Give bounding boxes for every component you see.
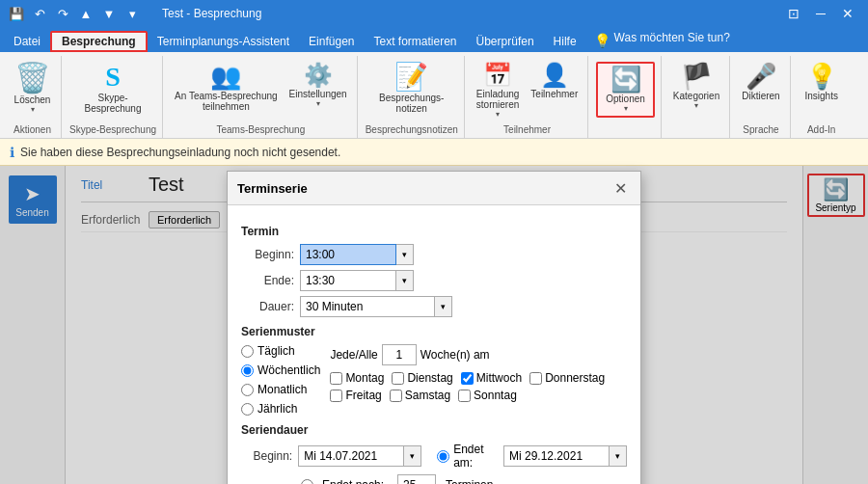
endet-nach-input[interactable] — [397, 474, 436, 484]
seriendauer-beginn-row: Beginn: ▾ Endet am: ▾ — [241, 443, 627, 470]
ende-input[interactable] — [300, 270, 396, 291]
terminserie-dialog: Terminserie ✕ Termin Beginn: ▾ Ende: — [227, 171, 641, 484]
trash-icon: 🗑️ — [14, 64, 50, 93]
loeschen-btn[interactable]: 🗑️ Löschen ▾ — [11, 62, 55, 116]
samstag-checkbox[interactable] — [390, 390, 402, 402]
pattern-radios: Täglich Wöchentlich Monatlich Jährl — [241, 344, 320, 416]
endet-am-radio[interactable] — [437, 450, 449, 463]
insights-label: Insights — [804, 91, 837, 101]
seriendauer-beginn-input[interactable] — [298, 445, 404, 467]
undo-icon[interactable]: ↶ — [31, 5, 48, 22]
mittwoch-checkbox[interactable] — [461, 372, 474, 385]
taeglich-label[interactable]: Täglich — [258, 344, 295, 358]
save-icon[interactable]: 💾 — [8, 5, 25, 22]
monatlich-row: Monatlich — [241, 383, 320, 396]
skype-btn[interactable]: S Skype-Besprechung — [81, 62, 146, 116]
dauer-input[interactable] — [300, 296, 435, 317]
pattern-options: Jede/Alle Woche(n) am Montag Diens — [330, 344, 627, 406]
seriendauer-beginn-label: Beginn: — [241, 449, 292, 463]
endet-am-dropdown[interactable]: ▾ — [610, 445, 627, 467]
mittwoch-label[interactable]: Mittwoch — [476, 371, 522, 385]
ribbon-group-kategorien-items: 🏴 Kategorien ▾ — [669, 58, 723, 133]
tab-terminplanungs[interactable]: Terminplanungs-Assistent — [148, 31, 299, 52]
teams-join-btn[interactable]: 👥 An Teams-Besprechungteilnehmen — [171, 62, 282, 114]
termine-label: Terminen — [446, 478, 493, 484]
freitag-checkbox[interactable] — [330, 390, 342, 402]
dauer-dropdown-btn[interactable]: ▾ — [435, 296, 452, 317]
ribbon-tabs: Datei Besprechung Terminplanungs-Assiste… — [0, 27, 868, 52]
window-title: Test - Besprechung — [162, 7, 261, 20]
sonntag-checkbox[interactable] — [458, 390, 471, 402]
weekdays-row-2: Freitag Samstag Sonntag — [330, 389, 627, 402]
monatlich-label[interactable]: Monatlich — [258, 383, 307, 396]
notizen-icon: 📝 — [394, 64, 428, 91]
monatlich-radio[interactable] — [241, 384, 254, 396]
diktieren-btn[interactable]: 🎤 Diktieren — [738, 62, 783, 103]
ribbon-group-addin: 💡 Insights Add-In — [793, 56, 851, 138]
endet-am-label[interactable]: Endet am: — [453, 443, 500, 470]
termin-section-title: Termin — [241, 225, 627, 238]
redo-icon[interactable]: ↷ — [54, 5, 71, 22]
donnerstag-item: Donnerstag — [529, 371, 605, 385]
montag-checkbox[interactable] — [330, 372, 342, 385]
skype-label: Skype-Besprechung — [69, 122, 156, 138]
donnerstag-checkbox[interactable] — [529, 372, 542, 385]
down-icon[interactable]: ▼ — [100, 5, 118, 22]
endet-nach-radio[interactable] — [301, 479, 313, 485]
teilnehmer-btn[interactable]: 👤 Teilnehmer — [527, 62, 582, 101]
woechentlich-radio[interactable] — [241, 364, 254, 377]
endet-nach-label[interactable]: Endet nach: — [322, 478, 384, 484]
beginn-input-combo: ▾ — [300, 244, 414, 265]
dienstag-label[interactable]: Dienstag — [407, 371, 452, 385]
einladung-stornieren-btn[interactable]: 📅 Einladungstornieren ▾ — [473, 62, 523, 121]
ribbon-group-optionen: 🔄 Optionen ▾ — [590, 56, 662, 138]
dialog-close-btn[interactable]: ✕ — [610, 177, 631, 199]
samstag-label[interactable]: Samstag — [405, 389, 450, 402]
ribbon-group-notizen: 📝 Besprechungs-notizen Besprechungsnotiz… — [360, 56, 465, 138]
close-btn[interactable]: ✕ — [835, 4, 860, 23]
montag-label[interactable]: Montag — [345, 371, 384, 385]
ribbon-group-sprache: 🎤 Diktieren Sprache — [732, 56, 790, 138]
freitag-label[interactable]: Freitag — [345, 389, 381, 402]
kategorien-btn[interactable]: 🏴 Kategorien ▾ — [669, 62, 723, 112]
loeschen-arrow: ▾ — [31, 105, 35, 114]
customize-icon[interactable]: ▾ — [123, 5, 141, 22]
tab-datei[interactable]: Datei — [4, 31, 50, 52]
restore-btn[interactable]: ⊡ — [781, 4, 806, 23]
notizen-btn[interactable]: 📝 Besprechungs-notizen — [375, 62, 448, 116]
jaehrlich-label[interactable]: Jährlich — [258, 402, 297, 416]
tab-ueberpruefen[interactable]: Überprüfen — [467, 31, 544, 52]
termin-beginn-row: Beginn: ▾ — [241, 244, 627, 265]
ende-dropdown-btn[interactable]: ▾ — [396, 270, 414, 291]
teams-settings-btn[interactable]: ⚙️ Einstellungen ▾ — [285, 62, 351, 110]
jaehrlich-radio[interactable] — [241, 403, 254, 416]
taeglich-radio[interactable] — [241, 345, 254, 358]
ribbon-group-teilnehmer-items: 📅 Einladungstornieren ▾ 👤 Teilnehmer — [473, 58, 582, 122]
woechentlich-label[interactable]: Wöchentlich — [258, 363, 320, 377]
sync-icon: 🔄 — [610, 67, 641, 92]
jede-value-input[interactable] — [382, 344, 417, 365]
tab-text-formatieren[interactable]: Text formatieren — [364, 31, 466, 52]
seriendauer-beginn-combo: ▾ — [298, 445, 421, 467]
beginn-dropdown-btn[interactable]: ▾ — [396, 244, 414, 265]
person-icon: 👤 — [540, 64, 569, 87]
insights-btn[interactable]: 💡 Insights — [800, 62, 841, 103]
optionen-btn[interactable]: 🔄 Optionen ▾ — [596, 62, 655, 118]
tab-hilfe[interactable]: Hilfe — [544, 31, 586, 52]
up-icon[interactable]: ▲ — [77, 5, 95, 22]
endet-am-input[interactable] — [503, 445, 610, 467]
tab-was-moechten[interactable]: Was möchten Sie tun? — [610, 27, 740, 48]
beginn-input[interactable] — [300, 244, 396, 265]
donnerstag-label[interactable]: Donnerstag — [545, 371, 605, 385]
tab-besprechung[interactable]: Besprechung — [50, 31, 148, 52]
dialog-title: Terminserie — [237, 181, 308, 196]
teilnehmer-label: Teilnehmer — [503, 122, 551, 138]
tab-einfuegen[interactable]: Einfügen — [299, 31, 364, 52]
dienstag-checkbox[interactable] — [392, 372, 404, 385]
ribbon: 🗑️ Löschen ▾ Aktionen S Skype-Besprechun… — [0, 52, 868, 139]
minimize-btn[interactable]: ─ — [808, 4, 833, 23]
sonntag-label[interactable]: Sonntag — [474, 389, 517, 402]
seriendauer-beginn-dropdown[interactable]: ▾ — [404, 445, 421, 467]
skype-icon: S — [105, 64, 121, 91]
ribbon-group-teilnehmer: 📅 Einladungstornieren ▾ 👤 Teilnehmer Tei… — [467, 56, 588, 138]
